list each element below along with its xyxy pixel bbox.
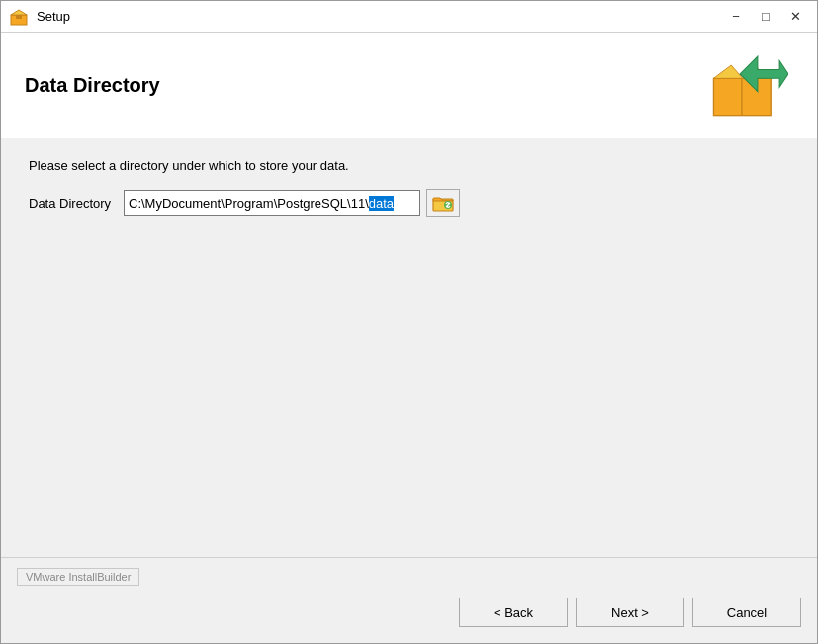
page-title: Data Directory [25, 74, 160, 97]
browse-icon [432, 194, 454, 212]
maximize-button[interactable]: □ [752, 6, 779, 28]
field-label: Data Directory [29, 196, 118, 211]
footer-buttons: < Back Next > Cancel [17, 598, 801, 627]
back-button[interactable]: < Back [459, 598, 568, 627]
browse-button[interactable] [426, 189, 460, 217]
content-description: Please select a directory under which to… [29, 158, 789, 173]
setup-window: Setup − □ ✕ Data Directory [0, 0, 818, 644]
next-button[interactable]: Next > [576, 598, 684, 627]
title-bar: Setup − □ ✕ [1, 1, 817, 33]
svg-marker-4 [713, 65, 742, 78]
box-arrow-icon [709, 51, 788, 119]
content-section: Please select a directory under which to… [1, 138, 817, 557]
app-icon [9, 7, 29, 27]
header-icon-area [704, 50, 793, 120]
minimize-button[interactable]: − [722, 6, 750, 28]
svg-marker-1 [11, 10, 27, 15]
window-title: Setup [37, 9, 722, 24]
window-controls: − □ ✕ [722, 6, 809, 28]
svg-rect-2 [16, 15, 22, 19]
close-button[interactable]: ✕ [781, 6, 809, 28]
directory-field-row: Data Directory [29, 189, 789, 217]
directory-input[interactable] [124, 190, 420, 216]
footer-section: VMware InstallBuilder < Back Next > Canc… [1, 557, 817, 643]
header-section: Data Directory [1, 33, 817, 138]
brand-label: VMware InstallBuilder [17, 568, 139, 586]
cancel-button[interactable]: Cancel [692, 598, 801, 627]
